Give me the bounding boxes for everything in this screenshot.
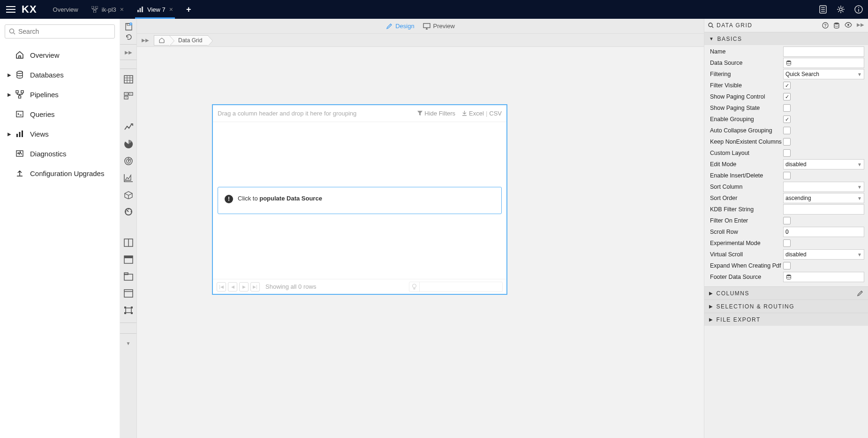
group-select-icon[interactable] bbox=[122, 304, 135, 317]
export-excel-button[interactable]: Excel bbox=[462, 110, 484, 117]
undo-button[interactable] bbox=[122, 32, 135, 42]
chart-icon bbox=[137, 6, 143, 13]
page-last-button[interactable]: ▶| bbox=[250, 282, 260, 292]
show-paging-state-checkbox[interactable] bbox=[783, 104, 791, 112]
line-chart-icon[interactable] bbox=[122, 121, 135, 134]
footer-datasource-input[interactable] bbox=[783, 272, 864, 282]
topbar: KX Overview ik-pl3 × View 7 × + bbox=[0, 0, 868, 19]
nav-views[interactable]: ▶ Views bbox=[5, 124, 115, 144]
svg-rect-41 bbox=[124, 307, 126, 308]
expand-pdf-checkbox[interactable] bbox=[783, 262, 791, 269]
alert-icon: ! bbox=[225, 195, 233, 203]
collapse-toolstrip-icon[interactable]: ▶▶ bbox=[125, 46, 132, 58]
enable-insert-delete-checkbox[interactable] bbox=[783, 172, 791, 179]
svg-point-52 bbox=[787, 61, 791, 62]
caret-icon: ▶ bbox=[8, 72, 13, 77]
nav-queries[interactable]: ▶ Queries bbox=[5, 104, 115, 124]
populate-datasource-button[interactable]: ! Click to populate Data Source bbox=[218, 187, 502, 214]
window-icon[interactable] bbox=[122, 287, 135, 300]
hide-filters-button[interactable]: Hide Filters bbox=[417, 110, 455, 117]
virtual-scroll-select[interactable]: disabled▼ bbox=[783, 249, 864, 260]
page-prev-button[interactable]: ◀ bbox=[228, 282, 237, 292]
datagrid-widget[interactable]: Drag a column header and drop it here fo… bbox=[212, 104, 507, 295]
caret-right-icon: ▶ bbox=[709, 304, 714, 309]
breadcrumb-item[interactable]: Data Grid bbox=[169, 35, 208, 46]
tab-view7[interactable]: View 7 × bbox=[130, 0, 180, 19]
eye-icon[interactable] bbox=[845, 22, 852, 29]
preview-mode-button[interactable]: Preview bbox=[423, 23, 455, 30]
experimental-mode-checkbox[interactable] bbox=[783, 239, 791, 247]
menu-icon[interactable] bbox=[4, 2, 18, 16]
help-icon[interactable]: ? bbox=[822, 22, 829, 29]
filter-on-enter-checkbox[interactable] bbox=[783, 217, 791, 224]
enable-grouping-checkbox[interactable]: ✓ bbox=[783, 115, 791, 123]
edit-icon[interactable] bbox=[857, 290, 863, 297]
nav-overview[interactable]: ▶ Overview bbox=[5, 45, 115, 65]
section-selection-routing[interactable]: ▶ SELECTION & ROUTING bbox=[704, 300, 868, 313]
kdb-filter-input[interactable] bbox=[783, 204, 864, 215]
nav-config-upgrades[interactable]: ▶ Configuration Upgrades bbox=[5, 163, 115, 183]
columns-icon[interactable] bbox=[122, 236, 135, 249]
expand-icon[interactable]: ▶▶ bbox=[857, 22, 864, 29]
keep-nonexistent-checkbox[interactable] bbox=[783, 138, 791, 146]
nav-databases[interactable]: ▶ Databases bbox=[5, 65, 115, 85]
prop-label: Name bbox=[708, 48, 783, 55]
sort-order-select[interactable]: ascending▼ bbox=[783, 193, 864, 203]
gauge-icon[interactable] bbox=[122, 205, 135, 218]
custom-layout-checkbox[interactable] bbox=[783, 149, 791, 157]
filtering-select[interactable]: Quick Search▼ bbox=[783, 69, 864, 79]
monitor-icon bbox=[423, 23, 430, 30]
document-icon[interactable] bbox=[817, 4, 829, 15]
svg-point-53 bbox=[787, 275, 791, 277]
gear-icon[interactable] bbox=[835, 4, 846, 15]
box-icon[interactable] bbox=[122, 188, 135, 201]
mode-label: Preview bbox=[433, 23, 455, 30]
nav-diagnostics[interactable]: ▶ Diagnostics bbox=[5, 144, 115, 163]
table-icon[interactable] bbox=[122, 73, 135, 86]
pie-chart-icon[interactable] bbox=[122, 138, 135, 151]
search-field[interactable] bbox=[18, 28, 111, 35]
breadcrumb-home[interactable] bbox=[154, 35, 170, 46]
info-icon[interactable] bbox=[853, 4, 864, 15]
add-tab-button[interactable]: + bbox=[180, 5, 198, 15]
search-input[interactable] bbox=[5, 24, 115, 38]
tab-ik-pl3[interactable]: ik-pl3 × bbox=[85, 0, 130, 19]
export-csv-button[interactable]: CSV bbox=[489, 110, 502, 117]
pivot-icon[interactable] bbox=[122, 90, 135, 103]
prop-label: Data Source bbox=[708, 60, 783, 66]
show-paging-control-checkbox[interactable]: ✓ bbox=[783, 93, 791, 100]
auto-collapse-checkbox[interactable] bbox=[783, 127, 791, 134]
area-chart-icon[interactable] bbox=[122, 171, 135, 184]
scroll-row-input[interactable] bbox=[783, 227, 864, 237]
database-icon[interactable] bbox=[833, 22, 840, 29]
radar-icon[interactable] bbox=[122, 154, 135, 168]
svg-rect-22 bbox=[124, 76, 133, 83]
page-next-button[interactable]: ▶ bbox=[239, 282, 249, 292]
page-first-button[interactable]: |◀ bbox=[217, 282, 226, 292]
name-input[interactable] bbox=[783, 46, 864, 57]
datasource-input[interactable] bbox=[783, 58, 864, 68]
database-icon bbox=[784, 274, 794, 280]
search-icon[interactable] bbox=[708, 23, 714, 28]
chevron-down-icon[interactable]: ▼ bbox=[126, 338, 131, 349]
section-file-export[interactable]: ▶ FILE EXPORT bbox=[704, 313, 868, 326]
sort-column-select[interactable]: ▼ bbox=[783, 182, 864, 192]
tab-icon[interactable] bbox=[122, 270, 135, 283]
close-icon[interactable]: × bbox=[120, 6, 124, 13]
tab-overview[interactable]: Overview bbox=[46, 0, 85, 19]
design-mode-button[interactable]: Design bbox=[386, 23, 414, 30]
section-columns[interactable]: ▶ COLUMNS bbox=[704, 286, 868, 300]
nav-label: Pipelines bbox=[30, 91, 59, 99]
tab-label: ik-pl3 bbox=[102, 6, 116, 13]
prop-label: Experimental Mode bbox=[708, 240, 783, 246]
edit-mode-select[interactable]: disabled▼ bbox=[783, 159, 864, 169]
close-icon[interactable]: × bbox=[169, 6, 173, 13]
search-icon bbox=[9, 28, 15, 35]
filter-visible-checkbox[interactable]: ✓ bbox=[783, 82, 791, 89]
collapse-left-icon[interactable]: ▶▶ bbox=[137, 38, 154, 43]
section-basics[interactable]: ▼ BASICS bbox=[704, 32, 868, 45]
grid-search[interactable] bbox=[409, 282, 503, 292]
save-button[interactable] bbox=[122, 22, 135, 32]
nav-pipelines[interactable]: ▶ Pipelines bbox=[5, 85, 115, 104]
header-icon[interactable] bbox=[122, 253, 135, 266]
